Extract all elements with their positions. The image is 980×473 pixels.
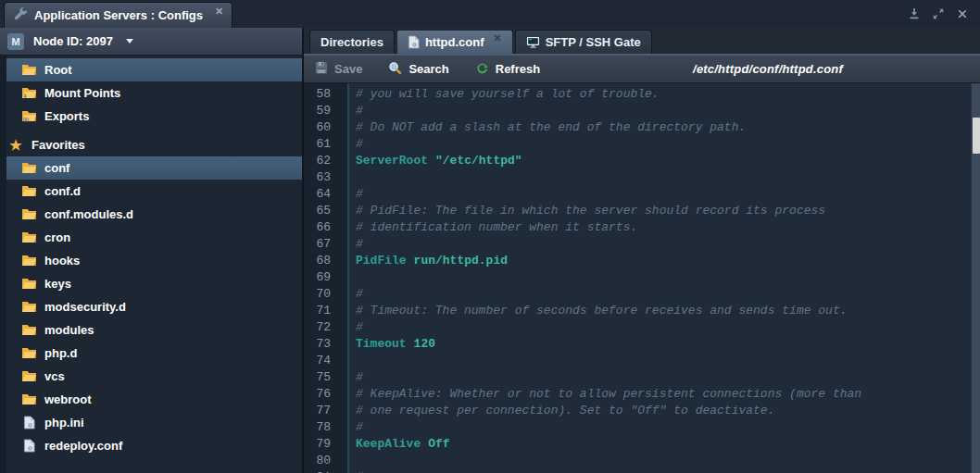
code-comment: # PidFile: The file in which the server … [347,203,825,219]
floppy-icon [315,61,328,77]
tab-sftp-ssh-gate[interactable]: SFTP / SSH Gate [515,30,652,54]
line-number: 64 [304,186,347,203]
refresh-button-label: Refresh [496,62,540,76]
tree-item-conf[interactable]: conf [6,156,302,180]
tree-item-label: Favorites [31,138,85,152]
tree-item-label: modsecurity.d [44,300,126,314]
file-gear-icon [20,439,37,454]
line-number: 62 [304,153,347,169]
directive-keyword: KeepAlive [356,437,421,451]
folder-icon [20,207,37,222]
line-number: 71 [304,303,347,319]
tree-item-label: hooks [44,254,80,268]
line-number: 80 [304,453,347,469]
tree-item-conf-modules-d[interactable]: conf.modules.d [6,203,302,226]
tree-item-label: vcs [44,369,65,383]
tree-item-php-ini[interactable]: php.ini [6,411,302,434]
line-number: 63 [304,169,347,186]
tree-item-hooks[interactable]: hooks [6,249,302,272]
code-comment: # [347,136,363,153]
line-number: 58 [304,86,347,103]
tree-item-root[interactable]: Root [6,58,302,81]
tree-item-label: conf [44,161,69,175]
code-comment: # [347,419,363,436]
line-number: 77 [304,403,347,419]
code-comment: # one request per connection). Set to "O… [347,403,774,419]
directive-value: 120 [414,337,435,351]
directive-value: "/etc/httpd" [435,154,522,168]
tree-item-label: cron [44,230,70,244]
line-number: 73 [304,336,347,353]
code-line-70: 70# [304,286,980,303]
code-line-60: 60# Do NOT add a slash at the end of the… [304,119,980,136]
tree-item-label: Mount Points [44,86,120,100]
directive-value: run/httpd.pid [414,254,508,268]
file-path-label: /etc/httpd/conf/httpd.conf [693,62,843,76]
code-comment: # [347,236,363,253]
node-selector[interactable]: M Node ID: 2097 [0,28,302,56]
code-line-76: 76# KeepAlive: Whether or not to allow p… [304,386,980,403]
tree-item-webroot[interactable]: webroot [6,388,302,411]
folder-icon [20,230,37,245]
scrollbar-thumb[interactable] [973,118,980,154]
tree-item-modsecurity-d[interactable]: modsecurity.d [6,295,302,318]
editor-scrollbar[interactable] [971,83,980,473]
tree-item-keys[interactable]: keys [6,272,302,295]
tab-httpd-conf[interactable]: httpd.conf✕ [396,30,513,54]
save-button[interactable]: Save [315,61,362,77]
tree-item-redeploy-conf[interactable]: redeploy.conf [6,434,302,457]
star-icon: ★ [7,138,24,153]
expand-icon[interactable] [932,7,945,20]
tree-section-favorites[interactable]: ★Favorites [6,133,302,156]
code-comment: # [347,319,363,336]
window-tab-configs[interactable]: Application Servers : Configs ✕ [4,2,232,28]
line-number: 65 [304,203,347,219]
code-line-81: 81# [304,469,980,473]
directive-keyword: Timeout [356,337,407,351]
main-area: M Node ID: 2097 RootMount PointsExports★… [0,28,980,473]
tree-item-php-d[interactable]: php.d [6,342,302,365]
tree-item-cron[interactable]: cron [6,226,302,249]
code-line-63: 63 [304,169,980,186]
folder-export-icon [20,109,37,124]
code-comment: # KeepAlive: Whether or not to allow per… [347,386,861,403]
folder-icon [20,323,37,338]
code-directive: PidFilerun/httpd.pid [347,253,508,269]
line-number: 67 [304,236,347,253]
code-comment: # you will save yourself a lot of troubl… [347,86,660,103]
tree-item-exports[interactable]: Exports [6,105,302,128]
close-icon[interactable] [956,7,969,20]
tree-item-label: conf.modules.d [44,207,133,221]
window-tab-title: Application Servers : Configs [34,8,203,22]
tab-close-icon[interactable]: ✕ [493,32,501,44]
directive-keyword: ServerRoot [356,154,428,168]
code-line-69: 69 [304,269,980,286]
tree-item-modules[interactable]: modules [6,318,302,342]
code-comment: # Do NOT add a slash at the end of the d… [347,119,746,136]
tree-item-vcs[interactable]: vcs [6,365,302,388]
code-comment: # [347,103,363,119]
code-line-58: 58# you will save yourself a lot of trou… [304,86,980,103]
download-icon[interactable] [908,7,921,20]
code-editor[interactable]: 58# you will save yourself a lot of trou… [304,83,980,473]
window-tab-close-icon[interactable]: ✕ [215,6,223,18]
search-button[interactable]: Search [388,61,448,78]
code-comment: # [347,286,363,303]
line-number: 60 [304,119,347,136]
tree-item-label: Exports [44,109,89,123]
tree-item-mount-points[interactable]: Mount Points [6,81,302,105]
tab-label: SFTP / SSH Gate [546,35,641,49]
code-editor-region: 58# you will save yourself a lot of trou… [304,83,980,473]
line-number: 72 [304,319,347,336]
line-number: 69 [304,269,347,286]
code-comment: # [347,369,363,386]
refresh-icon [475,61,489,78]
folder-icon [20,63,37,78]
code-directive: ServerRoot"/etc/httpd" [347,153,522,169]
terminal-monitor-icon [526,36,540,49]
node-id-label: Node ID: 2097 [33,34,113,48]
folder-icon [20,161,37,176]
refresh-button[interactable]: Refresh [475,61,540,78]
tab-directories[interactable]: Directories [309,30,395,54]
tree-item-conf-d[interactable]: conf.d [6,180,302,203]
